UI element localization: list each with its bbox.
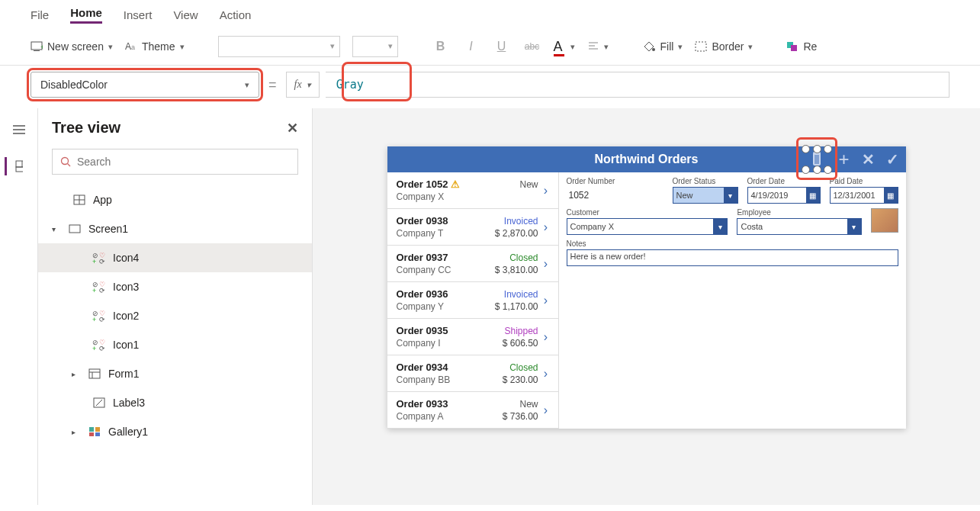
order-list-item[interactable]: Order 0935Shipped›Company I$ 606.50 (387, 319, 558, 355)
align-icon (587, 41, 599, 52)
canvas-area: Northwind Orders + ✕ ✓ (313, 108, 980, 505)
rail-hamburger[interactable] (10, 121, 28, 139)
svg-text:+: + (40, 43, 43, 51)
theme-label: Theme (142, 40, 175, 53)
svg-text:A: A (125, 41, 131, 52)
property-dropdown[interactable]: DisabledColor ▾ (31, 72, 259, 98)
font-size-select[interactable]: ▾ (352, 36, 398, 57)
tree-view-panel: Tree view ✕ App ▾ Screen1 ⊘♡+⟳ Ic (38, 108, 313, 505)
fill-button[interactable]: Fill ▾ (642, 40, 683, 53)
chevron-down-icon: ▾ (847, 219, 861, 234)
border-button[interactable]: Border ▾ (695, 40, 753, 53)
tree-label: Gallery1 (108, 426, 148, 438)
employee-dropdown[interactable]: Costa▾ (737, 218, 861, 235)
app-body: Order 1052⚠New›Company XOrder 0938Invoic… (387, 172, 906, 429)
selected-edit-icon[interactable] (805, 149, 828, 170)
tree-node-gallery1[interactable]: ▸ Gallery1 (38, 417, 312, 446)
order-status: Invoiced (485, 289, 538, 300)
tree-node-form1[interactable]: ▸ Form1 (38, 359, 312, 388)
order-list-item[interactable]: Order 0936Invoiced›Company Y$ 1,170.00 (387, 282, 558, 319)
svg-point-18 (62, 158, 69, 165)
fx-button[interactable]: fx ▾ (286, 72, 320, 98)
order-status-dropdown[interactable]: New▾ (673, 187, 738, 204)
tree-node-app[interactable]: App (38, 185, 312, 214)
menu-file[interactable]: File (31, 8, 49, 21)
reorder-icon (786, 41, 798, 52)
chevron-right-icon: › (540, 330, 552, 344)
cancel-icon[interactable]: ✕ (860, 151, 877, 168)
tree-node-icon2[interactable]: ⊘♡+⟳ Icon2 (38, 301, 312, 330)
italic-button[interactable]: I (462, 40, 480, 53)
order-number: Order 1052⚠ (397, 178, 484, 190)
order-date-picker[interactable]: 4/19/2019▦ (747, 187, 821, 204)
label-icon (92, 397, 107, 408)
calendar-icon: ▦ (884, 188, 898, 203)
chevron-down-icon: ▾ (713, 219, 727, 234)
order-number: Order 0933 (397, 398, 484, 410)
paid-date-picker[interactable]: 12/31/2001▦ (830, 187, 898, 204)
close-panel-icon[interactable]: ✕ (287, 120, 298, 137)
order-amount: $ 1,170.00 (485, 301, 538, 312)
menu-home[interactable]: Home (70, 6, 102, 24)
screen-plus-icon: + (31, 40, 43, 53)
expand-icon[interactable]: ▸ (72, 428, 81, 436)
tree-label: Icon2 (113, 310, 139, 322)
font-family-select[interactable]: ▾ (218, 36, 340, 57)
warning-icon: ⚠ (451, 178, 460, 190)
app-canvas[interactable]: Northwind Orders + ✕ ✓ (387, 146, 906, 429)
chevron-down-icon: ▾ (245, 80, 249, 90)
order-list-item[interactable]: Order 1052⚠New›Company X (387, 172, 558, 209)
menu-insert[interactable]: Insert (124, 8, 153, 21)
notes-input[interactable]: Here is a new order! (567, 249, 898, 266)
order-company: Company A (397, 411, 484, 422)
order-detail-form: Order Number 1052 Order Status New▾ Orde… (559, 172, 906, 429)
svg-rect-23 (69, 225, 80, 233)
menu-view[interactable]: View (173, 8, 198, 21)
tree-node-screen1[interactable]: ▾ Screen1 (38, 214, 312, 243)
menu-action[interactable]: Action (220, 8, 252, 21)
tree-node-icon3[interactable]: ⊘♡+⟳ Icon3 (38, 272, 312, 301)
order-company: Company X (397, 191, 484, 202)
strikethrough-button[interactable]: abc (523, 41, 541, 52)
bold-button[interactable]: B (432, 40, 450, 53)
svg-rect-40 (89, 369, 100, 378)
expand-icon[interactable]: ▸ (72, 370, 81, 378)
font-color-button[interactable]: A ▾ (554, 39, 575, 55)
order-list-item[interactable]: Order 0937Closed›Company CC$ 3,810.00 (387, 246, 558, 282)
new-screen-button[interactable]: + New screen ▾ (31, 40, 113, 53)
theme-button[interactable]: Aa Theme ▾ (125, 40, 185, 53)
expand-icon[interactable]: ▾ (52, 225, 61, 233)
svg-text:⟳: ⟳ (99, 287, 105, 293)
svg-rect-48 (95, 432, 100, 436)
order-list-item[interactable]: Order 0933New›Company A$ 736.00 (387, 392, 558, 429)
order-status: Closed (485, 252, 538, 263)
order-gallery[interactable]: Order 1052⚠New›Company XOrder 0938Invoic… (387, 172, 559, 429)
order-status-label: Order Status (673, 177, 738, 185)
order-list-item[interactable]: Order 0938Invoiced›Company T$ 2,870.00 (387, 209, 558, 246)
reorder-button[interactable]: Re (786, 40, 817, 53)
tree-node-icon4[interactable]: ⊘♡+⟳ Icon4 (38, 243, 312, 272)
header-icons: + ✕ ✓ (805, 149, 901, 170)
tree-label: Icon3 (113, 281, 139, 293)
underline-button[interactable]: U (493, 40, 511, 53)
svg-text:⟳: ⟳ (99, 316, 105, 322)
formula-bar: DisabledColor ▾ = fx ▾ Gray (0, 66, 980, 108)
order-list-item[interactable]: Order 0934Closed›Company BB$ 230.00 (387, 355, 558, 392)
svg-rect-9 (696, 42, 706, 51)
formula-input[interactable]: Gray (326, 72, 949, 98)
customer-label: Customer (567, 208, 728, 217)
submit-icon[interactable]: ✓ (885, 151, 901, 168)
tree-node-icon1[interactable]: ⊘♡+⟳ Icon1 (38, 330, 312, 359)
order-amount: $ 736.00 (485, 411, 538, 422)
tree-node-label3[interactable]: Label3 (38, 388, 312, 417)
svg-point-8 (652, 48, 655, 51)
tree-search[interactable] (52, 149, 298, 175)
panel-title: Tree view (52, 119, 120, 137)
tree-search-input[interactable] (77, 156, 290, 168)
rail-tree-view[interactable] (5, 157, 23, 175)
new-screen-label: New screen (47, 40, 104, 53)
align-button[interactable]: ▾ (587, 41, 609, 52)
add-icon[interactable]: + (836, 151, 853, 168)
paid-date-label: Paid Date (830, 177, 898, 185)
customer-dropdown[interactable]: Company X▾ (567, 218, 728, 235)
